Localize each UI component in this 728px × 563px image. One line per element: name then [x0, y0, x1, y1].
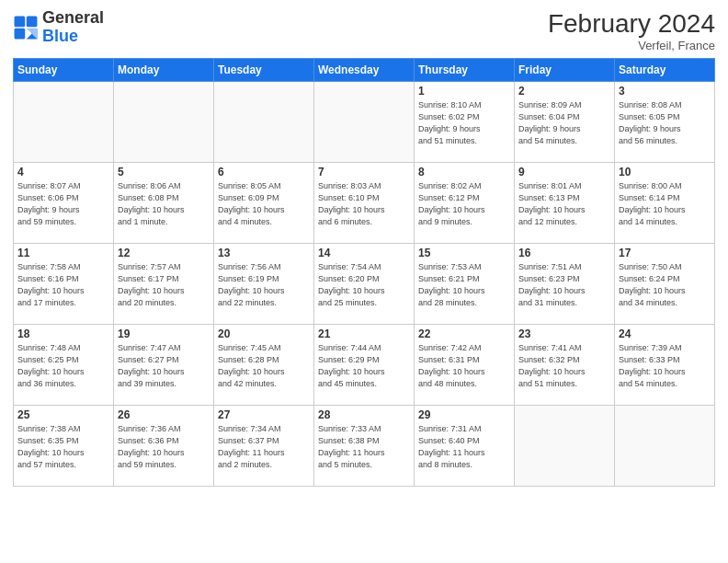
calendar-cell: 24Sunrise: 7:39 AM Sunset: 6:33 PM Dayli…: [615, 325, 715, 406]
day-number: 23: [518, 327, 610, 340]
month-title: February 2024: [548, 9, 715, 39]
calendar-cell: [14, 82, 114, 163]
calendar-cell: [314, 82, 415, 163]
day-info: Sunrise: 7:53 AM Sunset: 6:21 PM Dayligh…: [418, 261, 510, 309]
calendar-cell: 8Sunrise: 8:02 AM Sunset: 6:12 PM Daylig…: [415, 163, 515, 244]
day-info: Sunrise: 7:41 AM Sunset: 6:32 PM Dayligh…: [518, 342, 610, 390]
svg-rect-1: [27, 16, 38, 27]
day-number: 24: [619, 327, 711, 340]
calendar-cell: [214, 82, 314, 163]
calendar-cell: 20Sunrise: 7:45 AM Sunset: 6:28 PM Dayli…: [214, 325, 314, 406]
day-info: Sunrise: 7:56 AM Sunset: 6:19 PM Dayligh…: [218, 261, 310, 309]
calendar-cell: 6Sunrise: 8:05 AM Sunset: 6:09 PM Daylig…: [214, 163, 314, 244]
day-info: Sunrise: 7:42 AM Sunset: 6:31 PM Dayligh…: [418, 342, 510, 390]
day-info: Sunrise: 8:01 AM Sunset: 6:13 PM Dayligh…: [518, 180, 610, 228]
calendar-cell: 21Sunrise: 7:44 AM Sunset: 6:29 PM Dayli…: [314, 325, 415, 406]
calendar: SundayMondayTuesdayWednesdayThursdayFrid…: [13, 58, 715, 487]
day-info: Sunrise: 8:03 AM Sunset: 6:10 PM Dayligh…: [318, 180, 410, 228]
day-number: 18: [17, 327, 109, 340]
day-number: 29: [418, 408, 510, 421]
calendar-cell: 26Sunrise: 7:36 AM Sunset: 6:36 PM Dayli…: [114, 406, 214, 487]
calendar-cell: 22Sunrise: 7:42 AM Sunset: 6:31 PM Dayli…: [415, 325, 515, 406]
calendar-cell: 15Sunrise: 7:53 AM Sunset: 6:21 PM Dayli…: [415, 244, 515, 325]
day-info: Sunrise: 7:36 AM Sunset: 6:36 PM Dayligh…: [118, 423, 210, 471]
day-number: 2: [518, 85, 610, 98]
calendar-cell: 2Sunrise: 8:09 AM Sunset: 6:04 PM Daylig…: [515, 82, 615, 163]
calendar-cell: 4Sunrise: 8:07 AM Sunset: 6:06 PM Daylig…: [14, 163, 114, 244]
logo-icon: [13, 15, 39, 40]
calendar-cell: 27Sunrise: 7:34 AM Sunset: 6:37 PM Dayli…: [214, 406, 314, 487]
day-number: 9: [518, 166, 610, 178]
day-number: 22: [418, 327, 510, 340]
calendar-cell: 19Sunrise: 7:47 AM Sunset: 6:27 PM Dayli…: [114, 325, 214, 406]
calendar-cell: [114, 82, 214, 163]
calendar-cell: 17Sunrise: 7:50 AM Sunset: 6:24 PM Dayli…: [615, 244, 715, 325]
day-number: 25: [17, 408, 109, 421]
day-number: 8: [418, 166, 510, 178]
day-number: 11: [17, 247, 109, 259]
day-number: 3: [619, 85, 711, 98]
logo-text: GeneralBlue: [42, 9, 104, 46]
day-number: 17: [619, 247, 711, 259]
day-info: Sunrise: 7:39 AM Sunset: 6:33 PM Dayligh…: [619, 342, 711, 390]
day-number: 12: [118, 247, 210, 259]
calendar-cell: 7Sunrise: 8:03 AM Sunset: 6:10 PM Daylig…: [314, 163, 415, 244]
day-info: Sunrise: 7:45 AM Sunset: 6:28 PM Dayligh…: [218, 342, 310, 390]
day-number: 5: [118, 166, 210, 178]
calendar-cell: 11Sunrise: 7:58 AM Sunset: 6:16 PM Dayli…: [14, 244, 114, 325]
calendar-cell: 23Sunrise: 7:41 AM Sunset: 6:32 PM Dayli…: [515, 325, 615, 406]
day-info: Sunrise: 8:06 AM Sunset: 6:08 PM Dayligh…: [118, 180, 210, 228]
calendar-cell: 9Sunrise: 8:01 AM Sunset: 6:13 PM Daylig…: [515, 163, 615, 244]
day-info: Sunrise: 8:09 AM Sunset: 6:04 PM Dayligh…: [518, 99, 610, 147]
day-number: 20: [218, 327, 310, 340]
day-number: 28: [318, 408, 410, 421]
weekday-header: Friday: [515, 59, 615, 82]
day-number: 27: [218, 408, 310, 421]
day-info: Sunrise: 8:10 AM Sunset: 6:02 PM Dayligh…: [418, 99, 510, 147]
day-number: 13: [218, 247, 310, 259]
day-info: Sunrise: 7:34 AM Sunset: 6:37 PM Dayligh…: [218, 423, 310, 471]
calendar-cell: 5Sunrise: 8:06 AM Sunset: 6:08 PM Daylig…: [114, 163, 214, 244]
calendar-cell: 25Sunrise: 7:38 AM Sunset: 6:35 PM Dayli…: [14, 406, 114, 487]
calendar-cell: 18Sunrise: 7:48 AM Sunset: 6:25 PM Dayli…: [14, 325, 114, 406]
calendar-cell: 29Sunrise: 7:31 AM Sunset: 6:40 PM Dayli…: [415, 406, 515, 487]
day-info: Sunrise: 7:31 AM Sunset: 6:40 PM Dayligh…: [418, 423, 510, 471]
day-number: 10: [619, 166, 711, 178]
calendar-cell: 16Sunrise: 7:51 AM Sunset: 6:23 PM Dayli…: [515, 244, 615, 325]
header: GeneralBlue February 2024 Verfeil, Franc…: [13, 9, 715, 52]
day-number: 4: [17, 166, 109, 178]
weekday-header: Monday: [114, 59, 214, 82]
day-info: Sunrise: 7:48 AM Sunset: 6:25 PM Dayligh…: [17, 342, 109, 390]
calendar-cell: 28Sunrise: 7:33 AM Sunset: 6:38 PM Dayli…: [314, 406, 415, 487]
day-number: 14: [318, 247, 410, 259]
day-info: Sunrise: 8:02 AM Sunset: 6:12 PM Dayligh…: [418, 180, 510, 228]
calendar-cell: 14Sunrise: 7:54 AM Sunset: 6:20 PM Dayli…: [314, 244, 415, 325]
day-info: Sunrise: 7:33 AM Sunset: 6:38 PM Dayligh…: [318, 423, 410, 471]
day-number: 21: [318, 327, 410, 340]
weekday-header: Sunday: [14, 59, 114, 82]
day-number: 19: [118, 327, 210, 340]
day-number: 7: [318, 166, 410, 178]
calendar-cell: 13Sunrise: 7:56 AM Sunset: 6:19 PM Dayli…: [214, 244, 314, 325]
day-info: Sunrise: 7:50 AM Sunset: 6:24 PM Dayligh…: [619, 261, 711, 309]
calendar-cell: 1Sunrise: 8:10 AM Sunset: 6:02 PM Daylig…: [415, 82, 515, 163]
day-info: Sunrise: 8:08 AM Sunset: 6:05 PM Dayligh…: [619, 99, 711, 147]
calendar-cell: [515, 406, 615, 487]
day-number: 1: [418, 85, 510, 98]
day-info: Sunrise: 8:05 AM Sunset: 6:09 PM Dayligh…: [218, 180, 310, 228]
title-block: February 2024 Verfeil, France: [548, 9, 715, 52]
weekday-header: Wednesday: [314, 59, 415, 82]
day-info: Sunrise: 7:51 AM Sunset: 6:23 PM Dayligh…: [518, 261, 610, 309]
day-info: Sunrise: 7:44 AM Sunset: 6:29 PM Dayligh…: [318, 342, 410, 390]
weekday-header: Saturday: [615, 59, 715, 82]
calendar-cell: 3Sunrise: 8:08 AM Sunset: 6:05 PM Daylig…: [615, 82, 715, 163]
svg-rect-2: [15, 29, 26, 40]
subtitle: Verfeil, France: [548, 39, 715, 52]
weekday-header: Thursday: [415, 59, 515, 82]
day-number: 6: [218, 166, 310, 178]
day-number: 15: [418, 247, 510, 259]
svg-rect-0: [15, 16, 26, 27]
day-info: Sunrise: 7:38 AM Sunset: 6:35 PM Dayligh…: [17, 423, 109, 471]
day-info: Sunrise: 8:00 AM Sunset: 6:14 PM Dayligh…: [619, 180, 711, 228]
day-number: 16: [518, 247, 610, 259]
